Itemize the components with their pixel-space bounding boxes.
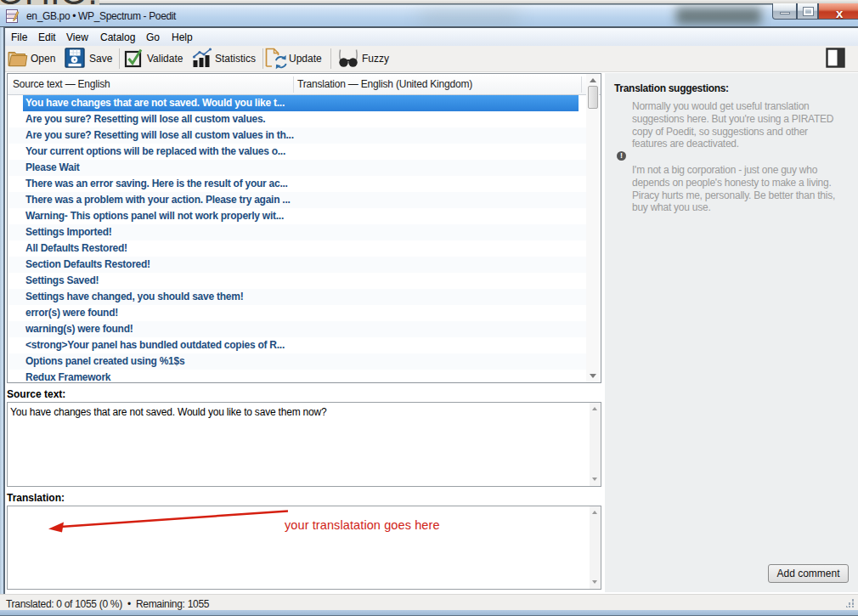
svg-text:OHIO.: OHIO. bbox=[0, 0, 98, 5]
